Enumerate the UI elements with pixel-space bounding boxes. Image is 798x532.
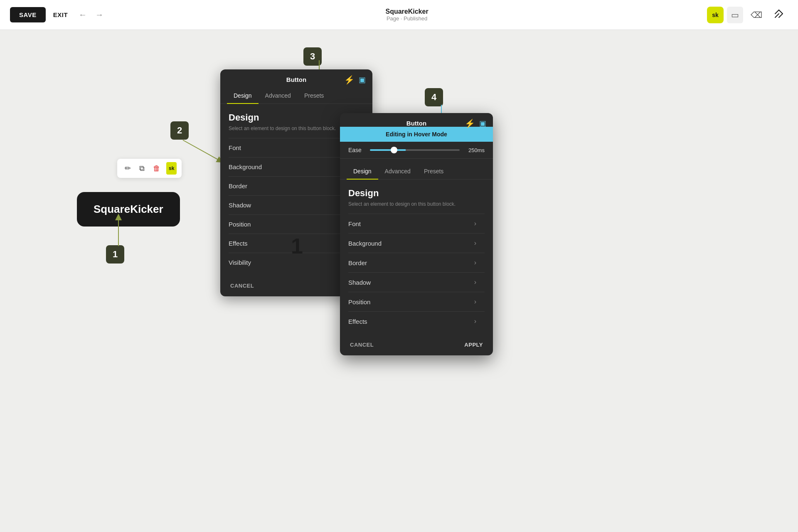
panel2-row-border[interactable]: Border › — [348, 253, 485, 272]
panel2-tabs: Design Advanced Presets — [340, 164, 493, 180]
paint-mode-button[interactable] — [770, 5, 788, 24]
panel2-row-position[interactable]: Position › — [348, 292, 485, 311]
ease-row: Ease 250ms — [340, 142, 493, 159]
chevron-right-icon: › — [474, 298, 476, 305]
panel2-rows: Font › Background › Border › Shadow › Po… — [348, 214, 485, 331]
svg-line-1 — [183, 140, 220, 161]
desktop-view-button[interactable]: ▭ — [727, 7, 743, 23]
mobile-view-button[interactable]: ⌫ — [746, 7, 766, 23]
step-badge-4: 4 — [425, 88, 443, 106]
edit-icon-button[interactable]: ✏ — [122, 162, 133, 175]
step-badge-2: 2 — [170, 121, 189, 140]
delete-icon-button[interactable]: 🗑 — [150, 162, 163, 175]
panel2-tab-advanced[interactable]: Advanced — [378, 164, 417, 180]
panel2-section-title: Design — [348, 188, 485, 199]
step-badge-3: 3 — [303, 47, 322, 66]
sk-logo: sk — [707, 7, 724, 23]
canvas-button-wrapper: SquareKicker — [77, 192, 180, 227]
ease-label: Ease — [348, 147, 365, 153]
panel1-lightning-icon[interactable]: ⚡ — [344, 75, 355, 85]
nav-icons: ← → — [75, 7, 107, 22]
save-button[interactable]: SAVE — [10, 7, 46, 22]
panel2-tab-design[interactable]: Design — [347, 164, 378, 180]
page-title: SquareKicker — [107, 8, 707, 15]
panel2-cancel-button[interactable]: CANCEL — [350, 342, 374, 348]
undo-button[interactable]: ← — [75, 7, 90, 22]
panel2-header-icons: ⚡ ▣ — [465, 118, 486, 128]
exit-button[interactable]: EXIT — [53, 11, 68, 18]
panel1-tab-design[interactable]: Design — [227, 88, 259, 104]
copy-icon-button[interactable]: ⧉ — [137, 162, 147, 175]
ease-slider[interactable] — [370, 149, 460, 151]
panel2-title: Button — [406, 120, 426, 127]
sk-icon-button[interactable]: sk — [166, 162, 177, 175]
panel2-monitor-icon[interactable]: ▣ — [479, 119, 486, 128]
chevron-right-icon: › — [474, 278, 476, 286]
chevron-right-icon: › — [474, 318, 476, 325]
ease-value: 250ms — [465, 147, 485, 153]
panel1-title: Button — [286, 76, 306, 83]
panel1-tabs: Design Advanced Presets — [220, 88, 372, 104]
topbar: SAVE EXIT ← → SquareKicker Page · Publis… — [0, 0, 798, 30]
float-toolbar: ✏ ⧉ 🗑 sk — [117, 159, 182, 178]
panel2-tab-presets[interactable]: Presets — [417, 164, 450, 180]
panel1-cancel-button[interactable]: CANCEL — [230, 283, 254, 289]
panel1-tab-presets[interactable]: Presets — [298, 88, 330, 104]
panel-step-1-label: 1 — [291, 234, 303, 259]
panel2-lightning-icon[interactable]: ⚡ — [465, 118, 475, 128]
step-badge-1: 1 — [106, 245, 124, 264]
topbar-center: SquareKicker Page · Published — [107, 8, 707, 22]
panel2-row-effects[interactable]: Effects › — [348, 311, 485, 331]
panel2-row-background[interactable]: Background › — [348, 233, 485, 253]
chevron-right-icon: › — [474, 220, 476, 227]
panel2-section-sub: Select an element to design on this butt… — [348, 201, 485, 207]
canvas: ✏ ⧉ 🗑 sk SquareKicker 1 2 3 4 — [0, 30, 798, 532]
panel2-row-font[interactable]: Font › — [348, 214, 485, 233]
panel1-header-icons: ⚡ ▣ — [344, 75, 366, 85]
panel2-header: Button ⚡ ▣ — [340, 113, 493, 127]
panel2-footer: CANCEL APPLY — [340, 334, 493, 355]
squarekicker-canvas-button[interactable]: SquareKicker — [77, 192, 180, 227]
panel2: Button ⚡ ▣ Editing in Hover Mode Ease 25… — [340, 113, 493, 355]
panel1-header: Button ⚡ ▣ — [220, 69, 372, 83]
panel1-tab-advanced[interactable]: Advanced — [259, 88, 298, 104]
topbar-right: sk ▭ ⌫ — [707, 5, 788, 24]
panel1-monitor-icon[interactable]: ▣ — [359, 75, 366, 84]
chevron-right-icon: › — [474, 239, 476, 247]
panel2-row-shadow[interactable]: Shadow › — [348, 272, 485, 292]
hover-mode-banner: Editing in Hover Mode — [340, 127, 493, 142]
page-subtitle: Page · Published — [107, 15, 707, 22]
panel2-content: Design Select an element to design on th… — [340, 180, 493, 331]
chevron-right-icon: › — [474, 259, 476, 266]
redo-button[interactable]: → — [92, 7, 107, 22]
panel2-apply-button[interactable]: APPLY — [464, 342, 483, 348]
